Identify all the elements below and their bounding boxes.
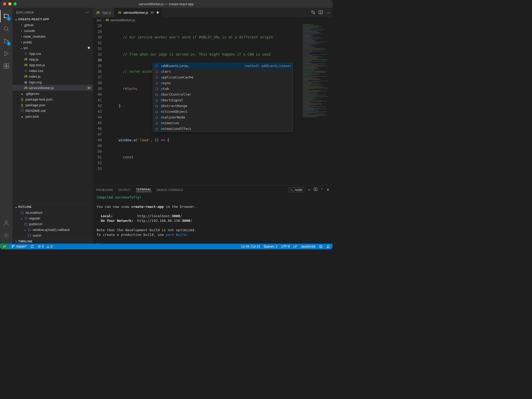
outline-publicurl[interactable]: ▢publicUrl: [12, 221, 93, 227]
status-bar: master* 0 0 Ln 34, Col 13 Spaces: 2 UTF-…: [0, 244, 332, 249]
svg-point-8: [5, 221, 7, 223]
intellisense-item[interactable]: ▢AbortSignal: [153, 97, 293, 103]
intellisense-item[interactable]: ▢AbortController: [153, 92, 293, 97]
panel-tab-terminal[interactable]: TERMINAL: [136, 188, 151, 192]
svg-point-11: [314, 13, 315, 14]
remote-indicator[interactable]: [0, 244, 9, 249]
indentation[interactable]: Spaces: 2: [264, 245, 277, 248]
window-minimize[interactable]: [8, 2, 11, 5]
window-title: serviceWorker.js — create-react-app: [139, 2, 194, 6]
outline-register[interactable]: ⌄⬡register: [12, 215, 93, 221]
project-header[interactable]: ⌄ CREATE-REACT-APP: [12, 17, 93, 22]
minimap[interactable]: [301, 23, 332, 185]
eol[interactable]: LF: [294, 245, 297, 248]
sync-icon[interactable]: [30, 245, 34, 248]
svg-point-0: [4, 26, 8, 30]
file-readme[interactable]: ⓘREADME.md: [12, 108, 93, 114]
run-debug-icon[interactable]: [0, 47, 12, 60]
tab-service-worker[interactable]: JSserviceWorker.jsM: [115, 8, 162, 17]
folder-src[interactable]: ⌄src: [12, 45, 93, 51]
split-terminal-icon[interactable]: [314, 188, 317, 192]
window-zoom[interactable]: [14, 2, 17, 5]
folder-github[interactable]: ›.github: [12, 22, 93, 28]
intellisense-item[interactable]: ⬡alert: [153, 69, 293, 75]
split-editor-icon[interactable]: [319, 10, 323, 15]
svg-point-20: [321, 246, 321, 246]
timeline-header[interactable]: ›TIMELINE: [12, 239, 93, 244]
file-package-json[interactable]: {}package.json: [12, 102, 93, 108]
tab-app-js[interactable]: JSApp.js: [93, 8, 115, 17]
file-index-js[interactable]: JSindex.js: [12, 74, 93, 79]
extensions-icon[interactable]: [0, 60, 12, 72]
modified-dot-icon: [88, 47, 90, 49]
panel: PROBLEMS OUTPUT TERMINAL DEBUG CONSOLE n…: [93, 185, 332, 244]
folder-node-modules[interactable]: ›node_modules: [12, 34, 93, 39]
dirty-indicator-icon: [157, 11, 159, 14]
encoding[interactable]: UTF-8: [281, 245, 290, 248]
settings-gear-icon[interactable]: [0, 229, 12, 242]
svg-point-2: [4, 42, 5, 43]
svg-point-1: [4, 39, 5, 40]
intellisense-item[interactable]: ▢async: [153, 80, 293, 86]
git-branch[interactable]: master*: [11, 245, 27, 248]
outline-header[interactable]: ⌄OUTLINE: [12, 204, 93, 209]
cursor-position[interactable]: Ln 34, Col 13: [241, 245, 260, 248]
js-file-icon: JS: [105, 18, 109, 22]
file-service-worker[interactable]: JSserviceWorker.jsM: [12, 85, 93, 91]
titlebar: serviceWorker.js — create-react-app: [0, 0, 332, 8]
intellisense-item[interactable]: ▢AnalyserNode: [153, 115, 293, 120]
activity-bar: 1 1: [0, 8, 12, 244]
outline-islocalhost[interactable]: ▢isLocalhost: [12, 210, 93, 215]
problems-indicator[interactable]: 0 0: [38, 245, 52, 248]
terminal-shell-selector[interactable]: node: [288, 187, 304, 192]
terminal-output[interactable]: Compiled successfully! You can now view …: [93, 194, 332, 244]
file-app-css[interactable]: #App.css: [12, 51, 93, 56]
feedback-icon[interactable]: [319, 245, 323, 248]
panel-tab-debug[interactable]: DEBUG CONSOLE: [157, 188, 183, 191]
file-index-css[interactable]: #index.css: [12, 68, 93, 74]
compare-changes-icon[interactable]: [311, 10, 315, 15]
more-actions-icon[interactable]: ⋯: [327, 11, 330, 15]
outline-callback[interactable]: ⌄⬡window.a('load') callback: [12, 227, 93, 232]
file-package-lock[interactable]: {}package-lock.json: [12, 96, 93, 102]
close-panel-icon[interactable]: ✕: [327, 188, 329, 192]
intellisense-item[interactable]: ⬡addEventListe…(method) addEventListener: [153, 63, 293, 69]
explorer-icon[interactable]: 1: [0, 10, 12, 22]
svg-point-15: [12, 247, 13, 248]
folder-vscode[interactable]: ›.vscode: [12, 28, 93, 34]
new-terminal-icon[interactable]: ＋: [307, 188, 311, 192]
sidebar-more-icon[interactable]: ⋯: [85, 10, 89, 15]
accounts-icon[interactable]: [0, 217, 12, 229]
file-app-test-js[interactable]: JSApp.test.js: [12, 62, 93, 68]
maximize-panel-icon[interactable]: ⌃: [321, 188, 323, 192]
file-gitignore[interactable]: ⬥.gitignore: [12, 91, 93, 96]
intellisense-item[interactable]: ⬡atob: [153, 86, 293, 92]
file-app-js[interactable]: JSApp.js: [12, 56, 93, 62]
breadcrumb[interactable]: src› JS serviceWorker.js: [93, 17, 332, 23]
intellisense-item[interactable]: ▢AnimationEffect: [153, 126, 293, 132]
search-icon[interactable]: [0, 22, 12, 35]
intellisense-item[interactable]: ▢ActiveXObject: [153, 109, 293, 115]
intellisense-popup[interactable]: ⬡addEventListe…(method) addEventListener…: [153, 63, 293, 132]
folder-public[interactable]: ›public: [12, 39, 93, 45]
source-control-icon[interactable]: 1: [0, 35, 12, 47]
svg-point-9: [5, 235, 7, 236]
window-close[interactable]: [3, 2, 6, 5]
sidebar-title: EXPLORER: [16, 11, 34, 14]
panel-tab-output[interactable]: OUTPUT: [118, 188, 131, 191]
code-editor[interactable]: 2829303132333435363738394041424344454647…: [93, 23, 301, 185]
svg-point-14: [12, 245, 13, 246]
svg-point-19: [320, 246, 321, 246]
file-logo-svg[interactable]: ▣logo.svg: [12, 79, 93, 85]
intellisense-item[interactable]: ⬡applicationCache: [153, 75, 293, 80]
notifications-icon[interactable]: [326, 245, 330, 248]
svg-point-18: [320, 245, 322, 248]
panel-tab-problems[interactable]: PROBLEMS: [96, 188, 113, 191]
outline-swurl[interactable]: ▢swUrl: [12, 232, 93, 238]
chevron-down-icon: ⌄: [14, 17, 18, 21]
file-tree: ›.github ›.vscode ›node_modules ›public …: [12, 22, 93, 120]
intellisense-item[interactable]: ▢AbstractRange: [153, 103, 293, 109]
intellisense-item[interactable]: ▢Animation: [153, 120, 293, 126]
file-yarn-lock[interactable]: ⬥yarn.lock: [12, 114, 93, 119]
language-mode[interactable]: JavaScript: [301, 245, 315, 248]
